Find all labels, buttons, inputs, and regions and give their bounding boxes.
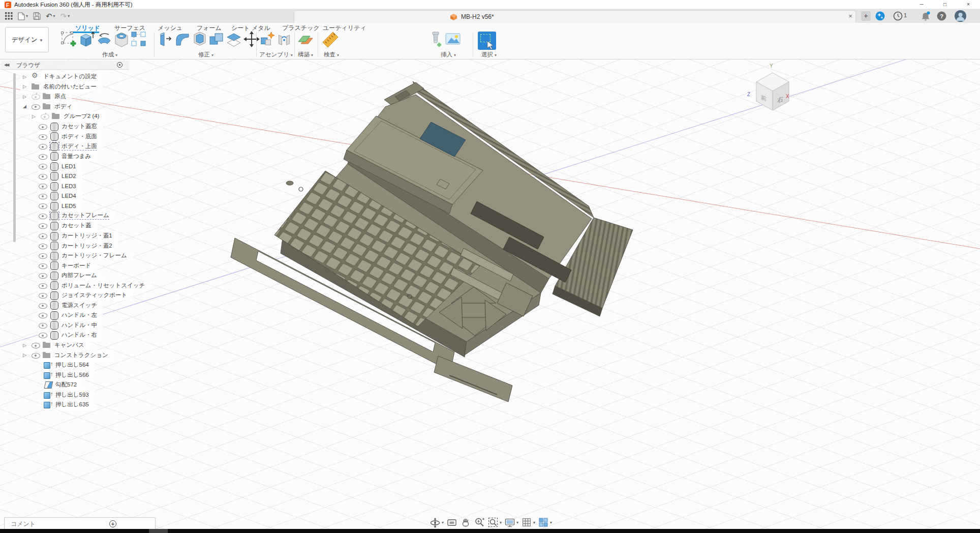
insert-fastener-icon[interactable] [428, 31, 444, 50]
measure-icon[interactable] [321, 31, 340, 50]
browser-item[interactable]: カートリッジ・蓋2 [38, 241, 118, 251]
browser-item[interactable]: グループ2 (4) [29, 111, 105, 122]
browser-item[interactable]: ドキュメントの設定 [20, 72, 103, 82]
visibility-eye-icon[interactable] [38, 271, 49, 280]
visibility-eye-icon[interactable] [38, 290, 49, 300]
browser-item[interactable]: LED3 [38, 181, 82, 191]
new-component-icon[interactable] [259, 31, 275, 50]
close-window-button[interactable]: × [957, 0, 980, 9]
visibility-eye-icon[interactable] [38, 181, 49, 191]
fit-tool[interactable]: ▾ [487, 517, 502, 528]
comment-input[interactable] [10, 519, 106, 529]
browser-item[interactable]: 勾配572 [43, 380, 83, 390]
profile-avatar[interactable] [955, 10, 966, 24]
browser-item[interactable]: LED2 [38, 171, 82, 181]
create-sketch-icon[interactable] [60, 31, 78, 50]
visibility-eye-icon[interactable] [38, 241, 49, 251]
visibility-eye-icon[interactable] [30, 102, 42, 111]
press-pull-icon[interactable] [158, 31, 173, 50]
browser-item[interactable]: 押し出し566 [43, 370, 95, 380]
disclosure-icon[interactable] [29, 114, 40, 119]
revolve-icon[interactable] [96, 31, 113, 50]
combine-icon[interactable] [208, 31, 225, 50]
visibility-eye-icon[interactable] [38, 141, 49, 151]
browser-item[interactable]: ハンドル・左 [38, 310, 103, 320]
group-label-inspect[interactable]: 検査 [321, 51, 342, 58]
maximize-button[interactable]: □ [933, 0, 957, 9]
browser-item[interactable]: カセットフレーム [38, 211, 115, 221]
browser-item[interactable]: カセット蓋 [38, 221, 98, 231]
app-grid-icon[interactable] [5, 12, 13, 20]
browser-item[interactable]: 音量つまみ [38, 151, 97, 161]
group-label-modify[interactable]: 修正 [158, 51, 254, 58]
browser-item[interactable]: カートリッジ・蓋1 [38, 231, 118, 241]
look-at-tool[interactable] [446, 517, 457, 528]
browser-item[interactable]: ボディ・底面 [38, 131, 103, 141]
browser-item[interactable]: キャンバス [20, 340, 90, 350]
disclosure-icon[interactable] [20, 74, 30, 79]
visibility-eye-icon[interactable] [30, 350, 42, 360]
pan-tool[interactable] [460, 517, 471, 528]
visibility-eye-icon[interactable] [30, 92, 42, 101]
save-button[interactable] [33, 12, 41, 20]
extensions-sparkle-icon[interactable] [875, 11, 885, 23]
group-label-select[interactable]: 選択 [478, 51, 500, 58]
browser-item[interactable]: ボディ [20, 102, 78, 112]
construction-plane-icon[interactable] [297, 31, 314, 50]
browser-item[interactable]: ジョイスティックポート [38, 290, 133, 301]
group-label-construct[interactable]: 構築 [297, 51, 314, 58]
visibility-eye-icon[interactable] [38, 320, 49, 330]
browser-item[interactable]: カセット蓋窓 [38, 122, 103, 132]
view-cube[interactable]: 前 右 Y Z X [743, 61, 800, 116]
group-label-insert[interactable]: 挿入 [428, 51, 468, 58]
visibility-eye-icon[interactable] [40, 111, 51, 121]
visibility-eye-icon[interactable] [38, 261, 49, 271]
visibility-eye-icon[interactable] [38, 171, 49, 181]
file-menu-button[interactable]: ▾ [18, 12, 28, 20]
help-icon[interactable]: ? [937, 11, 946, 23]
hole-icon[interactable] [114, 31, 129, 50]
extrude-icon[interactable] [79, 31, 95, 50]
visibility-eye-icon[interactable] [38, 132, 49, 141]
undo-button[interactable]: ↶ ▾ [46, 9, 55, 23]
browser-item[interactable]: ハンドル・右 [38, 330, 103, 340]
browser-item[interactable]: キーボード [38, 260, 97, 271]
visibility-eye-icon[interactable] [38, 122, 49, 131]
browser-item[interactable]: 名前の付いたビュー [20, 82, 103, 92]
disclosure-icon[interactable] [20, 94, 30, 99]
orbit-tool[interactable]: ▾ [430, 517, 444, 528]
visibility-eye-icon[interactable] [38, 211, 49, 221]
browser-item[interactable]: 押し出し593 [43, 390, 95, 400]
display-mode-icon[interactable] [117, 62, 122, 68]
redo-button[interactable]: ↷ ▾ [60, 9, 70, 23]
visibility-eye-icon[interactable] [38, 310, 49, 320]
job-status-clock-icon[interactable] [893, 11, 903, 23]
minimize-button[interactable]: ─ [910, 0, 933, 9]
visibility-eye-icon[interactable] [38, 231, 49, 241]
visibility-eye-icon[interactable] [38, 221, 49, 230]
visibility-eye-icon[interactable] [38, 281, 49, 290]
3d-viewport[interactable]: 前 右 Y Z X ◀◀ ブラウザ ドキュメントの設定名前の付いたビュー原点ボデ… [0, 60, 980, 529]
browser-item[interactable]: ボリューム・リセットスイッチ [38, 280, 151, 290]
visibility-eye-icon[interactable] [38, 161, 49, 171]
browser-item[interactable]: カートリッジ・フレーム [38, 251, 133, 261]
add-comment-icon[interactable]: + [109, 520, 116, 527]
insert-canvas-icon[interactable] [445, 31, 461, 50]
notifications-bell-icon[interactable] [921, 11, 931, 23]
browser-item[interactable]: 電源スイッチ [38, 301, 103, 311]
move-icon[interactable] [243, 31, 260, 50]
joint-icon[interactable] [277, 31, 292, 50]
browser-item[interactable]: 押し出し564 [43, 360, 95, 370]
disclosure-icon[interactable] [20, 104, 30, 109]
group-label-create[interactable]: 作成 [60, 51, 160, 58]
visibility-eye-icon[interactable] [38, 251, 49, 260]
disclosure-icon[interactable] [20, 352, 30, 358]
disclosure-icon[interactable] [20, 84, 30, 89]
close-tab-icon[interactable]: × [846, 12, 855, 20]
disclosure-icon[interactable] [20, 343, 30, 348]
visibility-eye-icon[interactable] [38, 301, 49, 310]
group-label-assembly[interactable]: アセンブリ [259, 51, 291, 58]
browser-item[interactable]: LED5 [38, 201, 82, 211]
browser-item[interactable]: 内部フレーム [38, 271, 103, 281]
visibility-eye-icon[interactable] [30, 340, 42, 350]
